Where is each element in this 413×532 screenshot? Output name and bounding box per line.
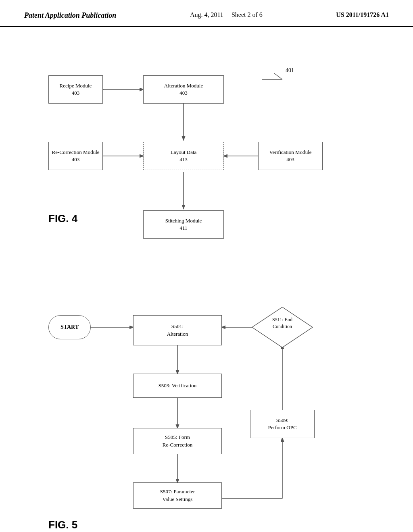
verification-module-box: Verification Module 403 — [258, 142, 323, 170]
s501-box: S501: Alteration — [133, 315, 222, 345]
layout-data-box: Layout Data 413 — [143, 142, 224, 170]
s507-box: S507: Parameter Value Settings — [133, 482, 222, 509]
fig5-diagram: START S501: Alteration S503: Verificatio… — [24, 293, 389, 532]
sheet-info: Sheet 2 of 6 — [232, 11, 263, 18]
header-date-sheet: Aug. 4, 2011 Sheet 2 of 6 — [190, 11, 263, 19]
alteration-module-box: Alteration Module 403 — [143, 75, 224, 104]
fig4-label: FIG. 4 — [48, 212, 77, 225]
s503-box: S503: Verification — [133, 374, 222, 398]
main-content: Recipe Module 403 Alteration Module 403 … — [0, 27, 413, 532]
fig4-diagram: Recipe Module 403 Alteration Module 403 … — [24, 43, 389, 269]
s505-box: S505: Form Re-Correction — [133, 428, 222, 454]
s511-label: S511: End Condition — [262, 316, 302, 330]
recipe-module-box: Recipe Module 403 — [48, 75, 103, 104]
s509-box: S509: Perform OPC — [250, 410, 315, 438]
patent-number: US 2011/191726 A1 — [336, 11, 389, 19]
start-oval: START — [48, 315, 91, 339]
s511-diamond-container: S511: End Condition — [250, 305, 315, 351]
ref-401: 401 — [286, 67, 294, 74]
svg-line-6 — [274, 73, 282, 79]
stitching-module-box: Stitching Module 411 — [143, 210, 224, 239]
fig5-label: FIG. 5 — [48, 519, 77, 531]
publication-date: Aug. 4, 2011 — [190, 11, 223, 18]
recorrection-module-box: Re-Correction Module 403 — [48, 142, 103, 170]
publication-title: Patent Application Publication — [24, 11, 116, 20]
page-header: Patent Application Publication Aug. 4, 2… — [0, 0, 413, 27]
